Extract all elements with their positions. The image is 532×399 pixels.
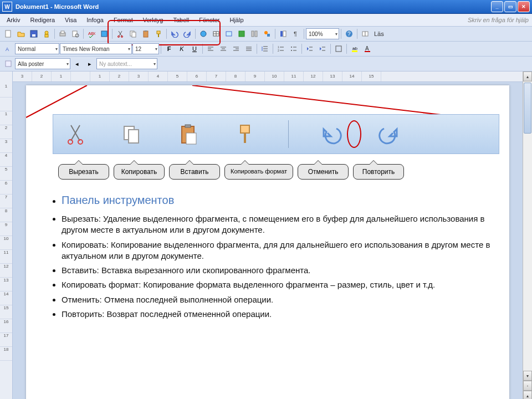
document-page: Вырезать Копировать Вставить Копировать … — [26, 85, 509, 399]
new-doc-icon[interactable] — [2, 28, 14, 40]
drawing-icon[interactable] — [261, 28, 273, 40]
svg-text:ABC: ABC — [88, 31, 95, 36]
align-right-icon[interactable] — [230, 43, 242, 55]
scroll-thumb[interactable] — [524, 83, 531, 134]
svg-rect-64 — [336, 46, 341, 52]
svg-point-56 — [291, 47, 292, 48]
scroll-track[interactable] — [523, 81, 532, 371]
mm-next-icon[interactable]: ▸ — [84, 58, 96, 70]
vertical-scrollbar[interactable]: ▴ ▾ ◦ ▴ ▾ — [523, 71, 532, 399]
mm-prev-icon[interactable]: ◂ — [71, 58, 83, 70]
svg-rect-4 — [45, 34, 48, 37]
menu-redigera[interactable]: Redigera — [25, 16, 59, 24]
maximize-button[interactable]: ▭ — [504, 1, 516, 12]
insert-table-icon[interactable] — [223, 28, 235, 40]
increase-indent-icon[interactable] — [316, 43, 329, 55]
hyperlink-icon[interactable] — [197, 28, 209, 40]
vertical-ruler: 1123456789101112131415161718 — [0, 71, 13, 399]
menu-fonster[interactable]: Fönster — [195, 16, 224, 24]
decrease-indent-icon[interactable] — [304, 43, 316, 55]
svg-rect-79 — [241, 125, 249, 133]
paste-icon[interactable] — [140, 28, 152, 40]
font-size-select[interactable]: 12 — [132, 43, 159, 54]
title-bar: W Dokument1 - Microsoft Word _ ▭ ✕ — [0, 0, 532, 14]
svg-rect-34 — [362, 32, 365, 36]
numbered-list-icon[interactable]: 12 — [275, 43, 287, 55]
underline-button[interactable]: U — [188, 43, 201, 55]
format-painter-icon[interactable] — [152, 28, 165, 40]
cut-icon-large — [62, 121, 89, 147]
bullet-item: Отменить: Отмена последней выполненной о… — [62, 294, 499, 305]
menu-hjalp[interactable]: Hjälp — [225, 16, 248, 24]
scroll-down-button[interactable]: ▾ — [523, 371, 532, 381]
show-marks-icon[interactable]: ¶ — [290, 28, 302, 40]
align-justify-icon[interactable] — [243, 43, 255, 55]
svg-rect-14 — [132, 32, 136, 37]
prev-page-button[interactable]: ▴ — [523, 391, 532, 399]
window-title: Dokument1 - Microsoft Word — [16, 3, 491, 10]
zoom-select[interactable]: 100% — [306, 28, 339, 39]
undo-icon[interactable] — [168, 28, 181, 40]
svg-rect-80 — [244, 133, 246, 143]
svg-point-72 — [68, 140, 73, 144]
annotation-oval-undo-dropdown — [347, 120, 361, 148]
style-select[interactable]: Normal — [15, 43, 59, 54]
redo-icon[interactable] — [181, 28, 193, 40]
all-entries-select[interactable]: Alla poster — [15, 58, 70, 69]
spell-check-icon[interactable]: ABC — [85, 28, 98, 40]
italic-button[interactable]: K — [176, 43, 188, 55]
browse-object-button[interactable]: ◦ — [523, 381, 532, 391]
menu-visa[interactable]: Visa — [60, 16, 81, 24]
bullet-item: Повторить: Возврат последней отмененной … — [62, 309, 499, 320]
minimize-button[interactable]: _ — [491, 1, 503, 12]
read-label[interactable]: Läs — [372, 30, 386, 37]
mm-icon-1[interactable] — [2, 58, 14, 70]
excel-icon[interactable] — [236, 28, 248, 40]
close-button[interactable]: ✕ — [518, 1, 530, 12]
permissions-icon[interactable] — [40, 28, 53, 40]
help-search-prompt[interactable]: Skriv en fråga för hjälp — [468, 17, 529, 23]
toolbar-magnified-strip — [53, 114, 499, 154]
borders-icon[interactable] — [332, 43, 345, 55]
svg-text:2: 2 — [278, 49, 279, 52]
svg-rect-78 — [186, 133, 196, 144]
format-painter-icon-large — [232, 121, 258, 147]
print-icon[interactable] — [57, 28, 69, 40]
svg-rect-75 — [129, 130, 139, 143]
font-color-icon[interactable]: A — [361, 43, 374, 55]
tables-borders-icon[interactable] — [210, 28, 222, 40]
scroll-up-button[interactable]: ▴ — [523, 71, 532, 81]
open-icon[interactable] — [15, 28, 27, 40]
print-preview-icon[interactable] — [69, 28, 81, 40]
research-icon[interactable] — [98, 28, 110, 40]
svg-rect-17 — [157, 31, 160, 34]
align-center-icon[interactable] — [217, 43, 229, 55]
bullet-item: Копировать формат: Копирование формата в… — [62, 279, 499, 290]
doc-map-icon[interactable] — [277, 28, 289, 40]
align-left-icon[interactable] — [204, 43, 217, 55]
font-select[interactable]: Times New Roman — [60, 43, 132, 54]
bullet-item: Копировать: Копирование выделенного фраг… — [62, 239, 499, 262]
autotext-select[interactable]: Ny autotext... — [96, 58, 157, 69]
menu-format[interactable]: Format — [109, 16, 137, 24]
svg-rect-68 — [365, 51, 370, 52]
save-icon[interactable] — [28, 28, 40, 40]
highlight-color-icon[interactable]: ab — [349, 43, 361, 55]
bold-button[interactable]: F — [163, 43, 175, 55]
read-mode-icon[interactable] — [359, 28, 371, 40]
cut-icon[interactable] — [114, 28, 126, 40]
help-icon[interactable]: ? — [343, 28, 355, 40]
columns-icon[interactable] — [248, 28, 260, 40]
copy-icon[interactable] — [127, 28, 139, 40]
menu-verktyg[interactable]: Verktyg — [139, 16, 168, 24]
menu-infoga[interactable]: Infoga — [82, 16, 108, 24]
styles-pane-icon[interactable]: A — [2, 43, 14, 55]
menu-arkiv[interactable]: Arkiv — [2, 16, 24, 24]
undo-icon-large — [319, 121, 345, 147]
menu-bar: Arkiv Redigera Visa Infoga Format Verkty… — [0, 14, 532, 27]
callout-cut: Вырезать — [58, 164, 109, 180]
bullet-item: Вставить: Вставка вырезанного или скопир… — [62, 265, 499, 276]
bullet-list-icon[interactable] — [288, 43, 300, 55]
line-spacing-icon[interactable] — [259, 43, 271, 55]
menu-tabell[interactable]: Tabell — [168, 16, 193, 24]
